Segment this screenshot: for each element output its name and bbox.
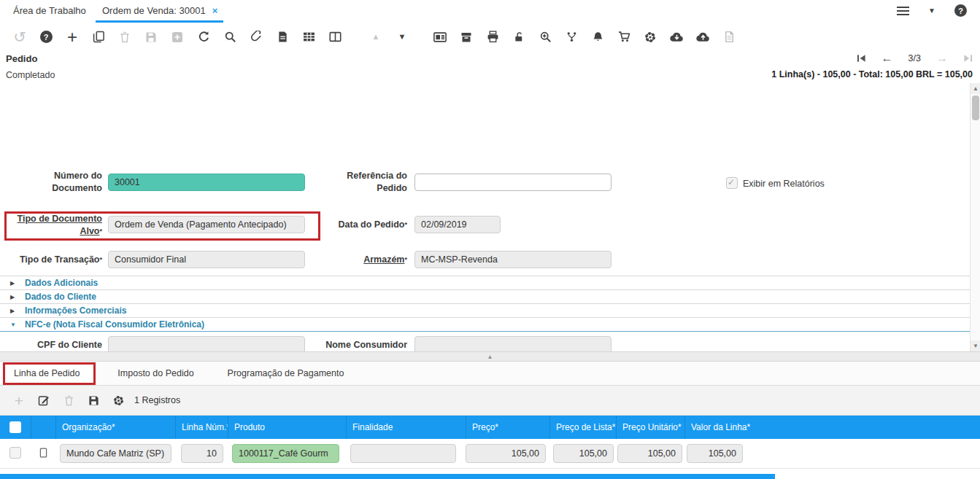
header-price[interactable]: Preço* xyxy=(466,416,549,439)
menu-icon[interactable] xyxy=(897,4,909,17)
help-circle-icon[interactable]: ? xyxy=(954,4,967,17)
tab-imposto-do-pedido[interactable]: Imposto do Pedido xyxy=(104,362,207,385)
warehouse-label[interactable]: Armazém* xyxy=(320,254,407,266)
detail-record-icon[interactable]: ▼ xyxy=(394,29,410,45)
record-position: 3/3 xyxy=(908,53,921,63)
header-product[interactable]: Produto xyxy=(228,416,346,439)
document-status-text: Completado xyxy=(6,70,55,80)
show-in-reports-label: Exibir em Relatórios xyxy=(743,179,825,189)
next-record-icon[interactable]: → xyxy=(936,52,948,64)
transaction-type-label: Tipo de Transação* xyxy=(0,254,102,266)
order-date-label: Data do Pedido* xyxy=(320,219,407,231)
delete-line-icon[interactable] xyxy=(61,393,76,408)
caret-down-icon[interactable]: ▼ xyxy=(928,7,935,15)
window-tab-bar: Área de Trabalho Ordem de Venda: 30001× … xyxy=(0,0,980,23)
target-doc-type-field: Ordem de Venda (Pagamento Antecipado) xyxy=(108,216,305,233)
tab-workspace[interactable]: Área de Trabalho xyxy=(13,0,86,20)
previous-record-icon[interactable]: ← xyxy=(881,52,893,64)
refresh-icon[interactable] xyxy=(196,29,212,45)
tab-linha-de-pedido[interactable]: Linha de Pedido xyxy=(0,362,93,385)
row-checkbox[interactable] xyxy=(9,447,21,459)
header-line-no[interactable]: Linha Núm.* xyxy=(175,416,228,439)
save-create-icon[interactable] xyxy=(169,29,185,45)
report-window-icon[interactable] xyxy=(432,29,448,45)
scrollbar-thumb[interactable] xyxy=(972,96,979,120)
report-icon[interactable] xyxy=(274,29,290,45)
print-icon[interactable] xyxy=(485,29,501,45)
tab-programacao-de-pagamento[interactable]: Programação de Pagamento xyxy=(214,362,358,385)
group-nfce[interactable]: ▼NFC-e (Nota Fiscal Consumidor Eletrônic… xyxy=(0,317,970,332)
archive-icon[interactable] xyxy=(458,29,474,45)
record-header: Pedido ← 3/3 → xyxy=(0,51,980,69)
edit-line-icon[interactable] xyxy=(36,393,51,408)
close-tab-icon[interactable]: × xyxy=(212,5,218,16)
transaction-type-field: Consumidor Final xyxy=(108,251,305,268)
add-line-icon[interactable]: + xyxy=(12,393,26,408)
document-no-label: Número do Documento xyxy=(32,170,102,195)
header-organization[interactable]: Organização* xyxy=(55,416,175,439)
header-icon-cell xyxy=(31,416,55,439)
attachment-icon[interactable] xyxy=(248,29,264,45)
save-icon[interactable] xyxy=(143,29,159,45)
scroll-up-icon[interactable]: ▲ xyxy=(971,83,980,94)
document-no-field: 30001 xyxy=(108,174,305,191)
cell-line-no: 10 xyxy=(181,444,223,463)
table-row: Mundo Cafe Matriz (SP) 10 1000117_Café G… xyxy=(0,439,980,469)
last-record-icon[interactable] xyxy=(963,54,973,63)
splitter-handle[interactable]: ▲ xyxy=(0,351,980,362)
show-in-reports-checkbox[interactable] xyxy=(726,177,738,189)
grid-toggle-icon[interactable] xyxy=(301,29,317,45)
lock-icon[interactable] xyxy=(511,29,527,45)
group-dados-adicionais[interactable]: ▶Dados Adicionais xyxy=(0,276,970,289)
workflow-icon[interactable] xyxy=(563,29,579,45)
target-doc-type-label[interactable]: Tipo de Documento Alvo* xyxy=(7,213,102,238)
copy-record-icon[interactable] xyxy=(90,29,107,45)
import-cloud-icon[interactable] xyxy=(695,29,711,45)
page-title: Pedido xyxy=(6,53,37,64)
order-reference-field[interactable] xyxy=(414,174,611,191)
notifications-icon[interactable] xyxy=(590,29,606,45)
cell-unit-price: 105,00 xyxy=(617,444,682,463)
main-toolbar: ↺ ? + ▲ ▼ xyxy=(0,23,980,52)
order-reference-label: Referência do Pedido xyxy=(337,170,407,195)
form-scrollbar[interactable]: ▲ ▼ xyxy=(970,83,980,351)
order-date-field: 02/09/2019 xyxy=(414,216,501,233)
tab-sales-order-label: Ordem de Venda: 30001 xyxy=(102,5,206,16)
warehouse-field: MC-MSP-Revenda xyxy=(414,251,611,268)
group-informacoes-comerciais[interactable]: ▶Informações Comerciais xyxy=(0,303,970,317)
status-bar: Completado 1 Linha(s) - 105,00 - Total: … xyxy=(0,68,980,84)
row-detail-icon[interactable] xyxy=(39,447,47,459)
order-window: Área de Trabalho Ordem de Venda: 30001× … xyxy=(0,0,980,479)
new-record-icon[interactable]: + xyxy=(64,29,80,45)
detail-layout-icon[interactable] xyxy=(327,29,343,45)
help-icon[interactable]: ? xyxy=(38,29,54,45)
collapsed-arrow-icon: ▶ xyxy=(10,308,20,314)
header-purpose[interactable]: Finalidade xyxy=(346,416,466,439)
collapsed-arrow-icon: ▶ xyxy=(10,294,20,300)
detail-tab-bar: Linha de Pedido Imposto do Pedido Progra… xyxy=(0,362,980,386)
parent-record-icon[interactable]: ▲ xyxy=(368,29,384,45)
group-dados-do-cliente[interactable]: ▶Dados do Cliente xyxy=(0,289,970,303)
cell-list-price: 105,00 xyxy=(553,444,614,463)
zoom-across-icon[interactable] xyxy=(537,29,553,45)
header-list-price[interactable]: Preço de Lista* xyxy=(549,416,616,439)
line-process-gear-icon[interactable] xyxy=(111,393,126,408)
totals-summary: 1 Linha(s) - 105,00 - Total: 105,00 BRL … xyxy=(771,69,973,79)
tab-sales-order[interactable]: Ordem de Venda: 30001× xyxy=(102,0,217,20)
document-log-icon[interactable] xyxy=(721,29,737,45)
process-gear-icon[interactable] xyxy=(642,29,658,45)
header-unit-price[interactable]: Preço Unitário* xyxy=(616,416,684,439)
tab-workspace-label: Área de Trabalho xyxy=(13,5,86,16)
undo-icon[interactable]: ↺ xyxy=(12,29,28,45)
first-record-icon[interactable] xyxy=(857,54,866,63)
find-icon[interactable] xyxy=(222,29,238,45)
delete-record-icon[interactable] xyxy=(117,29,133,45)
export-cloud-icon[interactable] xyxy=(668,29,684,45)
cell-price: 105,00 xyxy=(466,444,546,463)
save-line-icon[interactable] xyxy=(86,393,101,408)
header-line-amount[interactable]: Valor da Linha* xyxy=(684,416,980,439)
scroll-down-icon[interactable]: ▼ xyxy=(971,340,980,351)
request-cart-icon[interactable] xyxy=(616,29,632,45)
header-checkbox-cell xyxy=(0,416,31,439)
consumer-name-label: Nome Consumidor xyxy=(320,339,407,351)
